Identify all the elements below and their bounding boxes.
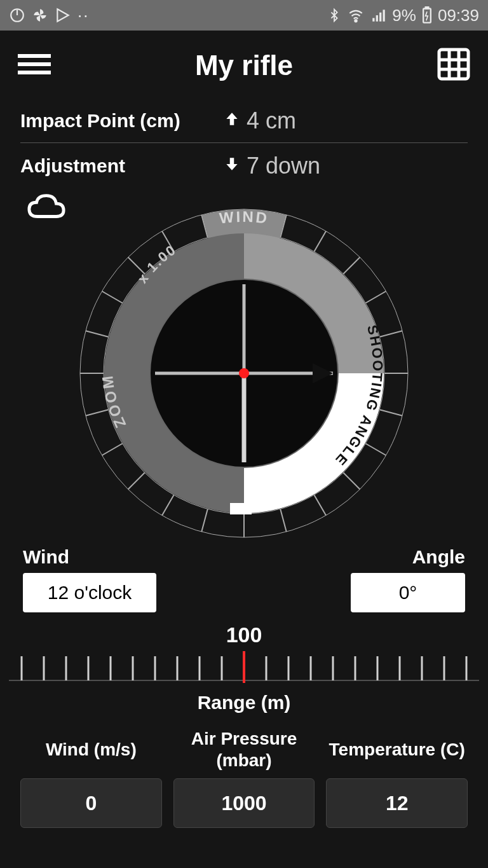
svg-line-21 <box>315 231 327 252</box>
svg-line-35 <box>102 444 123 456</box>
range-value: 100 <box>9 623 479 647</box>
power-icon <box>9 7 25 24</box>
svg-line-33 <box>162 495 174 515</box>
svg-line-28 <box>343 472 360 489</box>
svg-line-30 <box>280 509 287 532</box>
impact-point-label: Impact Point (cm) <box>20 110 224 132</box>
svg-rect-43 <box>230 503 252 514</box>
page-title: My rifle <box>195 50 293 81</box>
svg-line-36 <box>86 410 109 416</box>
svg-rect-11 <box>18 71 51 74</box>
air-pressure-label: Air Pressure (mbar) <box>173 727 315 772</box>
svg-point-50 <box>239 368 249 378</box>
svg-line-23 <box>365 291 386 303</box>
svg-line-26 <box>379 410 402 416</box>
adjustment-label: Adjustment <box>20 155 224 177</box>
impact-point-value: 4 cm <box>247 107 296 134</box>
temperature-label: Temperature (C) <box>329 727 465 772</box>
air-pressure-input[interactable]: 1000 <box>173 778 315 828</box>
dial-wind-label: WIND <box>219 208 269 227</box>
svg-rect-3 <box>373 18 375 21</box>
svg-line-34 <box>128 472 145 489</box>
svg-rect-12 <box>439 50 468 79</box>
svg-line-38 <box>86 331 109 337</box>
battery-percent: 9% <box>392 6 416 25</box>
svg-line-22 <box>343 258 360 274</box>
pinwheel-icon <box>32 7 48 24</box>
svg-rect-4 <box>376 15 378 22</box>
range-label: Range (m) <box>9 692 479 713</box>
wind-direction-input[interactable]: 12 o'clock <box>23 573 156 612</box>
adjustment-row: Adjustment 7 down <box>20 146 468 186</box>
svg-rect-10 <box>18 62 51 66</box>
svg-line-32 <box>201 509 208 532</box>
cloud-icon[interactable] <box>27 193 66 223</box>
more-icon: ·· <box>78 6 89 25</box>
wind-speed-input[interactable]: 0 <box>20 778 162 828</box>
bluetooth-icon <box>327 7 341 24</box>
svg-rect-8 <box>426 7 429 8</box>
clock-text: 09:39 <box>438 6 479 25</box>
adjustment-value: 7 down <box>247 153 320 179</box>
arrow-down-icon <box>224 153 240 179</box>
svg-line-40 <box>128 258 145 274</box>
play-store-icon <box>55 7 71 24</box>
wifi-icon <box>346 7 365 24</box>
svg-rect-5 <box>379 13 381 22</box>
svg-line-39 <box>102 291 123 303</box>
svg-point-2 <box>355 20 357 22</box>
angle-input[interactable]: 0° <box>351 573 465 612</box>
svg-rect-9 <box>18 54 51 58</box>
wind-speed-label: Wind (m/s) <box>46 727 137 772</box>
battery-icon <box>421 6 433 24</box>
status-bar: ·· 9% 09:39 <box>0 0 488 31</box>
svg-line-27 <box>365 444 386 456</box>
temperature-input[interactable]: 12 <box>326 778 468 828</box>
range-slider[interactable] <box>9 649 479 687</box>
svg-line-24 <box>379 331 402 337</box>
divider <box>20 142 468 143</box>
targeting-dial[interactable]: WIND ZOOM x 1.00 SHOOTING ANGLE <box>53 189 435 545</box>
app-header: My rifle <box>0 31 488 100</box>
angle-label: Angle <box>412 546 465 568</box>
impact-point-row: Impact Point (cm) 4 cm <box>20 100 468 141</box>
svg-text:WIND: WIND <box>219 208 269 227</box>
svg-line-29 <box>315 495 327 515</box>
svg-rect-6 <box>383 10 385 21</box>
signal-icon <box>370 7 387 24</box>
menu-button[interactable] <box>18 52 51 79</box>
wind-direction-label: Wind <box>23 546 156 568</box>
arrow-up-icon <box>224 107 240 134</box>
grid-button[interactable] <box>437 48 470 83</box>
